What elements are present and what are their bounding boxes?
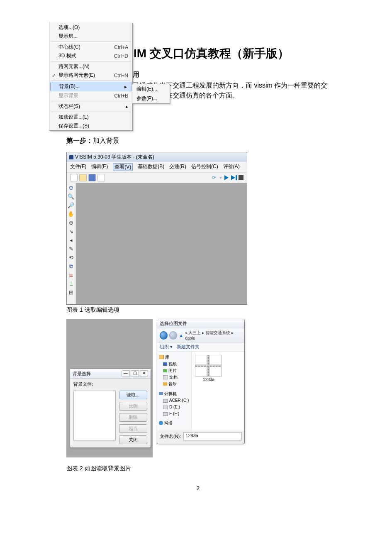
minimize-button[interactable]: — xyxy=(122,370,130,377)
file-thumbnail xyxy=(195,355,222,377)
figure1-window: VISSIM 5.30-03 学生版本 - (未命名) 文件(F) 编辑(E) … xyxy=(66,152,247,305)
file-pane: 1283a xyxy=(192,352,244,430)
bg-close-button[interactable]: 关闭 xyxy=(119,435,147,444)
folder-icon xyxy=(159,355,164,359)
document-icon xyxy=(163,375,168,379)
close-button[interactable]: ✕ xyxy=(140,370,148,377)
step1-label: 第一步： xyxy=(66,137,93,144)
tree-drive-c[interactable]: ACER (C:) xyxy=(159,397,190,404)
tb-save-icon[interactable] xyxy=(88,174,96,181)
drive-icon xyxy=(163,406,168,409)
network-icon xyxy=(159,421,163,425)
menu-item-background[interactable]: 背景(B)...▸ xyxy=(50,82,131,91)
bg-delete-button[interactable]: 删除 xyxy=(119,413,147,422)
tree-group-computer[interactable]: 计算机 xyxy=(159,390,190,397)
submenu-arrow-icon: ▸ xyxy=(117,104,128,110)
up-arrow-icon[interactable]: ▲ xyxy=(179,333,183,338)
figure2-canvas-left: 背景选择 — ▢ ✕ 背景文件: 读取... 比例 删除 xyxy=(66,319,153,457)
newfolder-button[interactable]: 新建文件夹 xyxy=(177,344,200,350)
tree-documents[interactable]: 文档 xyxy=(159,374,190,381)
tb-new-icon[interactable] xyxy=(70,174,78,181)
play-to-end-icon[interactable] xyxy=(230,175,237,180)
menu-item-network-elem[interactable]: 路网元素...(N) xyxy=(49,62,132,71)
stop-icon[interactable] xyxy=(239,175,243,180)
menu-item-show-bg[interactable]: 显示背景Ctrl+B xyxy=(49,91,132,100)
figure2-caption: 图表 2 如图读取背景图片 xyxy=(66,465,330,472)
background-submenu: 编辑(E)... 参数(P)... xyxy=(132,84,170,104)
tree-drive-e[interactable]: D (E:) xyxy=(159,404,190,411)
menu-file[interactable]: 文件(F) xyxy=(70,163,86,171)
menu-sep xyxy=(51,61,131,61)
tree-drive-f[interactable]: F (F:) xyxy=(159,411,190,417)
organize-button[interactable]: 组织 ▾ xyxy=(160,344,173,350)
menu-traffic[interactable]: 交通(R) xyxy=(169,163,186,171)
menu-view[interactable]: 查看(V) xyxy=(113,163,133,171)
menu-item-show-network[interactable]: 显示路网元素(E)Ctrl+N xyxy=(49,71,132,80)
drive-icon xyxy=(163,412,168,416)
submenu-params[interactable]: 参数(P)... xyxy=(132,94,170,103)
vt-edit-icon[interactable]: ✎ xyxy=(68,246,74,252)
vt-select-icon[interactable]: ⯐ xyxy=(68,185,74,191)
tb-preview-icon[interactable] xyxy=(97,174,105,181)
bg-file-list[interactable] xyxy=(73,391,116,440)
open-dialog-nav: ▲ « 大三上 ▸ 智能交通系统 ▸ daolu xyxy=(157,328,244,342)
vt-list-icon[interactable]: ≣ xyxy=(68,272,74,279)
vt-zoomin-icon[interactable]: 🔍 xyxy=(68,193,74,200)
menu-basedata[interactable]: 基础数据(B) xyxy=(138,163,164,171)
menu-item-save-settings[interactable]: 保存设置...(S) xyxy=(49,122,132,130)
menu-sep xyxy=(51,112,131,112)
picture-icon xyxy=(163,369,167,372)
vt-target-icon[interactable]: ⊕ xyxy=(68,220,74,226)
play-icon[interactable] xyxy=(224,175,229,180)
vt-left-icon[interactable]: ◂ xyxy=(68,237,74,244)
breadcrumb[interactable]: « 大三上 ▸ 智能交通系统 ▸ daolu xyxy=(185,330,242,340)
bg-scale-button[interactable]: 比例 xyxy=(119,402,147,411)
tree-video[interactable]: 视频 xyxy=(159,361,190,367)
menu-signal[interactable]: 信号控制(C) xyxy=(191,163,218,171)
nav-back-icon[interactable] xyxy=(160,331,168,340)
vt-rotate-icon[interactable]: ⟲ xyxy=(68,254,74,261)
menu-edit[interactable]: 编辑(E) xyxy=(91,163,108,171)
vt-grid-icon[interactable]: ⊞ xyxy=(68,289,74,296)
tree-pictures[interactable]: 图片 xyxy=(159,367,190,374)
maximize-button[interactable]: ▢ xyxy=(131,370,139,377)
page-number: 2 xyxy=(66,485,330,491)
tb-open-icon[interactable] xyxy=(79,174,87,181)
menu-item-centerline[interactable]: 中心线(C)Ctrl+A xyxy=(49,43,132,51)
drive-icon xyxy=(163,399,168,403)
background-select-dialog: 背景选择 — ▢ ✕ 背景文件: 读取... 比例 删除 xyxy=(70,369,151,448)
vt-zoomout-icon[interactable]: 🔎 xyxy=(68,202,74,209)
vt-layers-icon[interactable]: ⧉ xyxy=(68,263,74,270)
canvas xyxy=(76,183,247,304)
menu-item-layers[interactable]: 显示层... xyxy=(49,32,132,41)
menu-item-options[interactable]: 选项...(O) xyxy=(49,23,132,32)
bg-origin-button[interactable]: 起点 xyxy=(119,424,147,433)
menu-sep xyxy=(51,101,131,101)
titlebar: VISSIM 5.30-03 学生版本 - (未命名) xyxy=(67,152,247,162)
tree-network[interactable]: 网络 xyxy=(159,420,190,426)
app-icon xyxy=(69,155,73,159)
menu-item-load-settings[interactable]: 加载设置...(L) xyxy=(49,113,132,122)
vt-arrow-icon[interactable]: ↘ xyxy=(68,228,74,235)
file-item[interactable]: 1283a xyxy=(195,355,222,382)
step1-text: 加入背景 xyxy=(93,137,119,144)
tb-refresh-icon[interactable]: ⟳ xyxy=(212,175,218,181)
menu-sep xyxy=(51,81,131,81)
tree-music[interactable]: 音乐 xyxy=(159,381,190,387)
nav-fwd-icon[interactable] xyxy=(169,331,177,340)
open-dialog-titlebar: 选择位图文件 xyxy=(157,319,244,328)
menu-item-statusbar[interactable]: 状态栏(S)▸ xyxy=(49,102,132,111)
figure1-caption: 图表 1 选取编辑选项 xyxy=(66,306,330,314)
menu-item-3d[interactable]: 3D 模式Ctrl+D xyxy=(49,51,132,60)
bg-read-button[interactable]: 读取... xyxy=(119,391,147,399)
open-dialog-title: 选择位图文件 xyxy=(160,320,187,327)
menu-eval[interactable]: 评价(A) xyxy=(223,163,240,171)
vt-anchor-icon[interactable]: ⟘ xyxy=(68,281,74,287)
bg-dialog-label: 背景文件: xyxy=(73,381,93,386)
vt-pan-icon[interactable]: ✋ xyxy=(68,211,74,218)
nav-tree: 库 视频 图片 文档 音乐 计算机 ACER (C:) D (E:) F (F:… xyxy=(157,352,192,430)
submenu-edit[interactable]: 编辑(E)... xyxy=(132,84,170,94)
menu-sep xyxy=(51,42,131,42)
tree-group-library[interactable]: 库 xyxy=(159,353,190,361)
filename-input[interactable]: 1283a xyxy=(183,432,242,440)
